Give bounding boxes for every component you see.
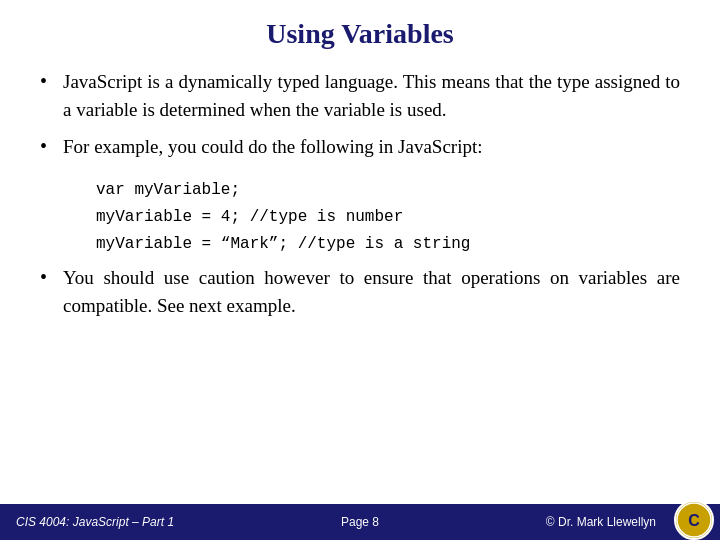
- code-line-1: var myVariable;: [96, 177, 680, 204]
- slide: Using Variables • JavaScript is a dynami…: [0, 0, 720, 540]
- bullet-item-3: • You should use caution however to ensu…: [40, 264, 680, 319]
- bullet-text-2: For example, you could do the following …: [63, 133, 483, 161]
- svg-text:C: C: [688, 512, 700, 529]
- logo-circle: C: [674, 500, 714, 540]
- slide-title: Using Variables: [0, 0, 720, 60]
- bullet-dot-3: •: [40, 266, 47, 289]
- code-line-3: myVariable = “Mark”; //type is a string: [96, 231, 680, 258]
- slide-content: • JavaScript is a dynamically typed lang…: [0, 60, 720, 504]
- bullet-text-1: JavaScript is a dynamically typed langua…: [63, 68, 680, 123]
- footer-course: CIS 4004: JavaScript – Part 1: [16, 515, 174, 529]
- footer-logo: C: [674, 500, 714, 540]
- bullet-item-1: • JavaScript is a dynamically typed lang…: [40, 68, 680, 123]
- bullet-text-3: You should use caution however to ensure…: [63, 264, 680, 319]
- code-line-2: myVariable = 4; //type is number: [96, 204, 680, 231]
- ucf-logo-svg: C: [676, 502, 712, 538]
- bullet-dot-2: •: [40, 135, 47, 158]
- code-block: var myVariable; myVariable = 4; //type i…: [96, 177, 680, 259]
- bullet-dot-1: •: [40, 70, 47, 93]
- footer-author: © Dr. Mark Llewellyn: [546, 515, 656, 529]
- footer: CIS 4004: JavaScript – Part 1 Page 8 © D…: [0, 504, 720, 540]
- footer-page: Page 8: [341, 515, 379, 529]
- bullet-item-2: • For example, you could do the followin…: [40, 133, 680, 161]
